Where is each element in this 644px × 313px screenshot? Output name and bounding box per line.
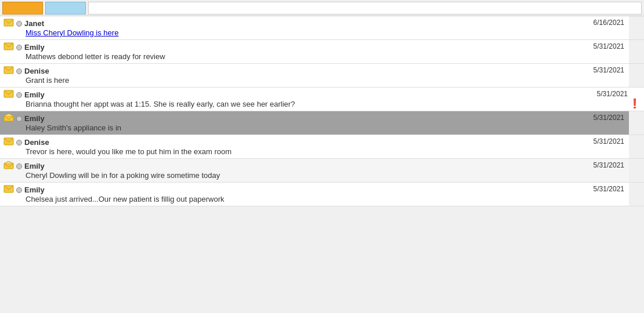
msg-sender: Emily [24, 43, 45, 52]
table-row[interactable]: EmilyMathews debond letter is ready for … [0, 40, 644, 64]
button-orange[interactable] [2, 2, 43, 14]
button-blue[interactable] [45, 2, 86, 14]
table-row[interactable]: EmilyHaley Smith's appliance is in5/31/2… [0, 111, 644, 135]
envelope-icon [3, 42, 14, 52]
table-row[interactable]: EmilyCheryl Dowling will be in for a pok… [0, 159, 644, 183]
envelope-icon [3, 137, 14, 147]
msg-preview: Brianna thought her appt was at 1:15. Sh… [3, 100, 585, 108]
status-circle-icon [16, 140, 22, 145]
msg-date: 5/31/2021 [588, 183, 629, 206]
envelope-icon [3, 19, 14, 28]
status-circle-icon [16, 116, 22, 122]
msg-preview-link[interactable]: Miss Cheryl Dowling is here [26, 28, 118, 37]
status-circle-icon [16, 68, 22, 74]
msg-preview: Haley Smith's appliance is in [3, 123, 585, 132]
msg-sender: Emily [24, 114, 45, 123]
status-circle-icon [16, 92, 22, 98]
msg-cell: EmilyCheryl Dowling will be in for a pok… [0, 159, 588, 183]
msg-date: 5/31/2021 [588, 111, 629, 135]
msg-cell: EmilyMathews debond letter is ready for … [0, 40, 588, 64]
msg-preview: Grant is here [3, 76, 585, 85]
search-input[interactable] [88, 2, 642, 14]
msg-preview: Cheryl Dowling will be in for a poking w… [3, 171, 585, 180]
table-row[interactable]: DeniseTrevor is here, would you like me … [0, 135, 644, 159]
msg-cell: JanetMiss Cheryl Dowling is here [0, 16, 588, 40]
table-row[interactable]: JanetMiss Cheryl Dowling is here6/16/202… [0, 16, 644, 40]
msg-sender: Denise [24, 67, 49, 75]
toolbar [0, 0, 644, 16]
priority-cell: ❗ [629, 88, 644, 111]
envelope-icon [3, 90, 14, 100]
status-circle-icon [16, 45, 22, 50]
status-circle-icon [16, 187, 22, 193]
message-list: JanetMiss Cheryl Dowling is here6/16/202… [0, 16, 644, 206]
msg-cell: EmilyChelsea just arrived...Our new pati… [0, 183, 588, 206]
msg-cell: DeniseGrant is here [0, 64, 588, 88]
envelope-icon [3, 114, 14, 123]
msg-date: 6/16/2021 [588, 16, 629, 40]
priority-icon: ❗ [629, 99, 641, 108]
status-circle-icon [16, 163, 22, 169]
table-row[interactable]: EmilyChelsea just arrived...Our new pati… [0, 183, 644, 206]
msg-date: 5/31/2021 [588, 159, 629, 183]
msg-sender: Denise [24, 138, 49, 147]
msg-date: 5/31/2021 [588, 40, 629, 64]
msg-cell: DeniseTrevor is here, would you like me … [0, 135, 588, 159]
table-row[interactable]: DeniseGrant is here5/31/2021 [0, 64, 644, 88]
msg-date: 5/31/2021 [588, 64, 629, 88]
msg-sender: Emily [24, 162, 45, 170]
envelope-icon [3, 66, 14, 76]
message-table: JanetMiss Cheryl Dowling is here6/16/202… [0, 16, 644, 206]
msg-preview: Trevor is here, would you like me to put… [3, 147, 585, 156]
envelope-icon [3, 161, 14, 171]
msg-cell: EmilyHaley Smith's appliance is in [0, 111, 588, 135]
msg-date: 5/31/2021 [588, 135, 629, 159]
msg-sender: Emily [24, 185, 45, 194]
msg-sender: Janet [24, 19, 44, 28]
msg-sender: Emily [24, 90, 45, 99]
msg-cell: EmilyBrianna thought her appt was at 1:1… [0, 88, 588, 111]
status-circle-icon [16, 21, 22, 27]
envelope-icon [3, 185, 14, 195]
msg-preview: Mathews debond letter is ready for revie… [3, 52, 585, 61]
table-row[interactable]: EmilyBrianna thought her appt was at 1:1… [0, 88, 644, 111]
msg-preview: Miss Cheryl Dowling is here [3, 28, 585, 37]
msg-preview: Chelsea just arrived...Our new patient i… [3, 195, 585, 203]
msg-date: 5/31/2021 [588, 88, 629, 111]
